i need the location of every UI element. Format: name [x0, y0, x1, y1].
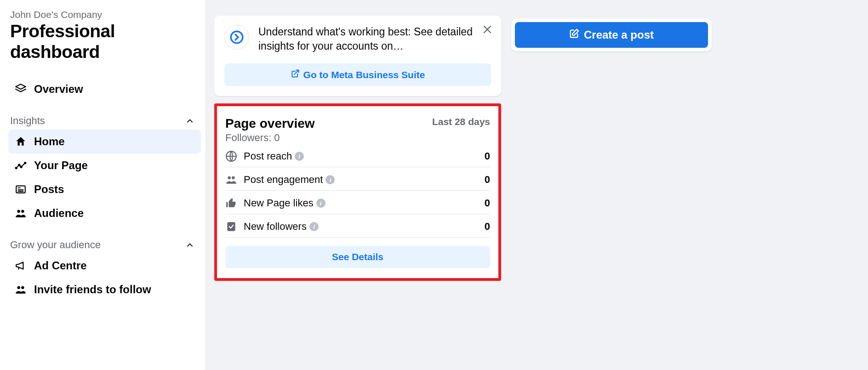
megaphone-icon: [15, 260, 27, 272]
metric-label: New Page likes: [244, 197, 314, 209]
info-icon[interactable]: i: [295, 152, 304, 161]
nav-invite-friends[interactable]: Invite friends to follow: [8, 278, 201, 302]
svg-point-15: [231, 31, 243, 43]
button-label: Go to Meta Business Suite: [303, 69, 425, 80]
promo-card: Understand what's working best: See deta…: [214, 16, 501, 96]
home-icon: [15, 136, 27, 148]
svg-point-11: [17, 286, 20, 289]
chevron-up-icon: [185, 240, 194, 250]
create-post-button[interactable]: Create a post: [515, 22, 708, 48]
trend-icon: [15, 159, 27, 171]
nav-audience[interactable]: Audience: [8, 201, 201, 225]
nav-label: Your Page: [34, 159, 88, 172]
nav-label: Ad Centre: [34, 259, 87, 272]
svg-point-1: [16, 167, 17, 168]
metric-new-likes: New Page likes i 0: [225, 191, 490, 214]
section-label: Insights: [10, 115, 45, 127]
metric-label: Post engagement: [244, 174, 323, 186]
metric-value: 0: [485, 150, 490, 162]
nav-your-page[interactable]: Your Page: [8, 154, 201, 177]
nav-overview[interactable]: Overview: [8, 77, 201, 101]
people-icon: [15, 284, 27, 296]
nav-label: Invite friends to follow: [34, 283, 151, 296]
svg-line-16: [294, 70, 298, 74]
right-column: Create a post: [511, 16, 712, 370]
nav-label: Posts: [34, 183, 64, 196]
metric-new-followers: New followers i 0: [225, 214, 490, 238]
metric-value: 0: [485, 221, 490, 233]
center-column: Understand what's working best: See deta…: [214, 16, 501, 370]
svg-point-3: [20, 166, 22, 167]
newspaper-icon: [15, 183, 27, 195]
external-link-icon: [291, 69, 300, 80]
go-to-meta-suite-button[interactable]: Go to Meta Business Suite: [224, 63, 491, 86]
svg-point-12: [21, 286, 24, 289]
info-icon[interactable]: i: [326, 175, 335, 184]
close-icon[interactable]: [481, 23, 494, 36]
nav-posts[interactable]: Posts: [8, 177, 201, 201]
nav-label: Overview: [34, 83, 83, 96]
overview-period: Last 28 days: [432, 116, 490, 127]
insights-circle-icon: [224, 25, 249, 50]
info-icon[interactable]: i: [316, 199, 326, 208]
metric-label: Post reach: [244, 150, 292, 162]
section-header-grow[interactable]: Grow your audience: [8, 233, 201, 254]
svg-point-19: [232, 176, 235, 180]
svg-point-9: [17, 210, 20, 213]
bookmark-check-icon: [225, 221, 237, 233]
svg-marker-0: [16, 84, 26, 89]
button-label: See Details: [332, 251, 383, 262]
info-icon[interactable]: i: [309, 222, 319, 231]
section-label: Grow your audience: [10, 239, 101, 251]
create-post-card: Create a post: [511, 18, 712, 51]
svg-point-2: [18, 164, 20, 165]
company-name: John Doe's Company: [8, 9, 201, 20]
page-overview-card: Page overview Followers: 0 Last 28 days …: [214, 103, 501, 281]
overview-title: Page overview: [225, 116, 315, 131]
followers-count: Followers: 0: [225, 132, 315, 144]
nav-label: Home: [34, 135, 65, 148]
compose-icon: [569, 28, 579, 41]
nav-ad-centre[interactable]: Ad Centre: [8, 254, 201, 278]
people-icon: [225, 174, 237, 186]
thumbs-up-icon: [225, 197, 237, 209]
metric-value: 0: [485, 197, 490, 209]
svg-rect-20: [227, 222, 235, 231]
button-label: Create a post: [584, 28, 654, 41]
sidebar: John Doe's Company Professional dashboar…: [0, 0, 206, 370]
metric-post-engagement: Post engagement i 0: [225, 167, 490, 191]
metric-label: New followers: [244, 221, 307, 233]
page-title: Professional dashboard: [8, 21, 201, 63]
nav-home[interactable]: Home: [8, 130, 201, 154]
see-details-button[interactable]: See Details: [225, 246, 490, 268]
metric-value: 0: [485, 174, 490, 186]
globe-icon: [225, 150, 237, 162]
promo-text: Understand what's working best: See deta…: [258, 25, 491, 53]
chevron-up-icon: [185, 116, 194, 125]
nav-label: Audience: [34, 207, 84, 220]
main-content: Understand what's working best: See deta…: [206, 0, 868, 370]
metric-post-reach: Post reach i 0: [225, 144, 490, 167]
people-icon: [15, 207, 27, 219]
svg-point-18: [228, 176, 231, 180]
layers-icon: [15, 83, 27, 95]
svg-point-10: [21, 210, 24, 213]
svg-point-4: [24, 162, 26, 164]
section-header-insights[interactable]: Insights: [8, 109, 201, 130]
